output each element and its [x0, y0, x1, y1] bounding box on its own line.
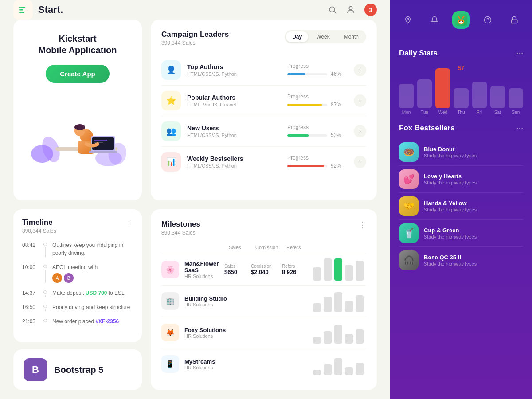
milestone-chart-3 [313, 353, 366, 375]
logo-icon [13, 0, 33, 20]
campaign-name-1: Popular Authors [187, 94, 287, 101]
progress-section-2: Progress 53% [287, 124, 349, 138]
milestones-subtitle: 890,344 Sales [161, 230, 200, 236]
milestone-icon-1: 🏢 [161, 292, 179, 310]
col-commission: Comission [255, 245, 286, 250]
campaign-row-3: 📊 Weekly Bestsellers HTML/CSS/JS, Python… [161, 147, 366, 177]
milestone-commission-0: Comission $2,040 [251, 264, 282, 275]
svg-point-21 [407, 18, 409, 20]
create-app-button[interactable]: Create App [46, 65, 109, 83]
campaign-icon-2: 👥 [161, 121, 181, 141]
campaign-tags-0: HTML/CSS/JS, Python [187, 71, 287, 77]
campaign-tabs: Day Week Month [285, 30, 366, 43]
svg-rect-31 [511, 20, 517, 23]
milestones-card: Milestones 890,344 Sales ⋮ Sales Comissi… [151, 209, 377, 390]
timeline-dots[interactable]: ⋮ [125, 218, 133, 228]
sidebar-top-icons [390, 0, 532, 40]
milestone-icon-0: 🌸 [161, 261, 179, 278]
logo-text: Start. [38, 4, 63, 16]
campaign-info-2: New Users HTML/CSS/JS, Python [187, 125, 287, 138]
campaign-name-3: Weekly Bestsellers [187, 155, 287, 162]
tab-month[interactable]: Month [338, 31, 365, 42]
daily-stats-dots[interactable]: ⋯ [516, 49, 523, 58]
chart-peak-value: 57 [399, 65, 523, 71]
fox-item-1[interactable]: 💕 Lovely Hearts Study the highway types [399, 166, 523, 193]
daily-stats-chart: Mon Tue Wed Thu [399, 75, 523, 115]
tab-day[interactable]: Day [286, 31, 308, 42]
sidebar-icon-lock[interactable] [505, 11, 523, 29]
campaign-chevron-0[interactable]: › [354, 64, 366, 76]
milestone-info-0: Man&Flower SaaS HR Solutions [184, 260, 224, 279]
bootstrap-card: B Bootstrap 5 [13, 349, 142, 390]
svg-rect-2 [19, 12, 24, 13]
campaign-icon-0: 👤 [161, 60, 181, 80]
milestone-info-2: Foxy Solutions HR Solutions [184, 327, 246, 339]
timeline-card: Timeline 890,344 Sales ⋮ 08:42 Outlines … [13, 209, 142, 342]
fox-bestsellers-dots[interactable]: ⋯ [516, 124, 523, 133]
fox-info-4: Bose QC 35 II Study the highway types [424, 254, 477, 266]
bar-tue: Tue [417, 79, 432, 115]
milestone-icon-2: 🦊 [161, 324, 179, 341]
tab-week[interactable]: Week [310, 31, 336, 42]
progress-section-1: Progress 87% [287, 94, 349, 108]
fox-item-4[interactable]: 🎧 Bose QC 35 II Study the highway types [399, 247, 523, 274]
milestone-row-0: 🌸 Man&Flower SaaS HR Solutions Sales $65… [161, 254, 366, 286]
fox-thumb-2: 🤝 [399, 196, 419, 216]
sidebar-icon-location[interactable] [399, 11, 417, 29]
bootstrap-label: Bootstrap 5 [54, 365, 103, 375]
daily-stats-section: Daily Stats ⋯ 57 Mon Tue Wed [399, 49, 523, 115]
sidebar-icon-help[interactable] [479, 11, 497, 29]
notification-badge[interactable]: 3 [364, 4, 377, 16]
milestone-row-3: 📱 MyStreams HR Solutions [161, 348, 366, 379]
header-left: Start. [13, 0, 63, 20]
timeline-item-4: 21:03 New order placed #XF-2356 [22, 317, 133, 325]
kickstart-illustration [29, 96, 126, 167]
milestone-sales-0: Sales $650 [224, 264, 251, 275]
bar-thu: Thu [454, 88, 468, 115]
sidebar-icon-fox[interactable] [452, 11, 470, 29]
avatar-2: B [64, 273, 74, 283]
campaign-row-0: 👤 Top Authors HTML/CSS/JS, Python Progre… [161, 55, 366, 86]
kickstart-card: Kickstart Mobile Application Create App [13, 20, 142, 200]
fox-info-2: Hands & Yellow Study the highway types [424, 200, 477, 212]
user-icon[interactable] [346, 5, 356, 15]
milestones-dots[interactable]: ⋮ [358, 220, 366, 230]
timeline-item-3: 16:50 Poorly driving and keep structure [22, 303, 133, 311]
fox-item-2[interactable]: 🤝 Hands & Yellow Study the highway types [399, 193, 523, 220]
svg-rect-0 [19, 7, 25, 8]
campaign-info-1: Popular Authors HTML, VueJS, Laravel [187, 94, 287, 107]
svg-point-5 [349, 7, 352, 10]
milestone-chart-2 [313, 321, 366, 344]
timeline-title: Timeline [22, 218, 56, 227]
milestone-chart-1 [313, 290, 366, 312]
campaign-title-group: Campaign Leaders 890,344 Sales [161, 30, 229, 46]
milestone-row-2: 🦊 Foxy Solutions HR Solutions [161, 317, 366, 348]
daily-stats-title: Daily Stats ⋯ [399, 49, 523, 58]
bootstrap-icon: B [24, 358, 47, 381]
timeline-item-2: 14:37 Make deposit USD 700 to ESL [22, 289, 133, 297]
fox-bestsellers-title: Fox Bestsellers ⋯ [399, 124, 523, 133]
fox-thumb-1: 💕 [399, 169, 419, 189]
campaign-info-0: Top Authors HTML/CSS/JS, Python [187, 63, 287, 77]
campaign-chevron-2[interactable]: › [354, 125, 366, 137]
milestone-info-3: MyStreams HR Solutions [184, 358, 246, 370]
campaign-card: Campaign Leaders 890,344 Sales Day Week … [151, 20, 377, 200]
campaign-tags-2: HTML/CSS/JS, Python [187, 133, 287, 138]
fox-item-3[interactable]: 🥤 Cup & Green Study the highway types [399, 220, 523, 247]
sidebar-icon-notification[interactable] [426, 11, 443, 29]
campaign-info-3: Weekly Bestsellers HTML/CSS/JS, Python [187, 155, 287, 168]
campaign-chevron-1[interactable]: › [354, 94, 366, 107]
campaign-icon-1: ⭐ [161, 91, 181, 110]
search-icon[interactable] [328, 5, 337, 14]
main-area: Start. 3 Kickstart Mobile Application Cr… [0, 0, 390, 399]
campaign-subtitle: 890,344 Sales [161, 40, 229, 46]
fox-info-1: Lovely Hearts Study the highway types [424, 173, 477, 185]
fox-item-0[interactable]: 🍩 Blue Donut Study the highway types [399, 139, 523, 166]
fox-thumb-0: 🍩 [399, 142, 419, 162]
campaign-chevron-3[interactable]: › [354, 156, 366, 168]
milestone-info-1: Building Studio HR Solutions [184, 295, 246, 307]
campaign-title: Campaign Leaders [161, 30, 229, 39]
progress-section-0: Progress 46% [287, 63, 349, 77]
svg-point-28 [462, 20, 463, 22]
avatar-1: A [52, 273, 62, 283]
